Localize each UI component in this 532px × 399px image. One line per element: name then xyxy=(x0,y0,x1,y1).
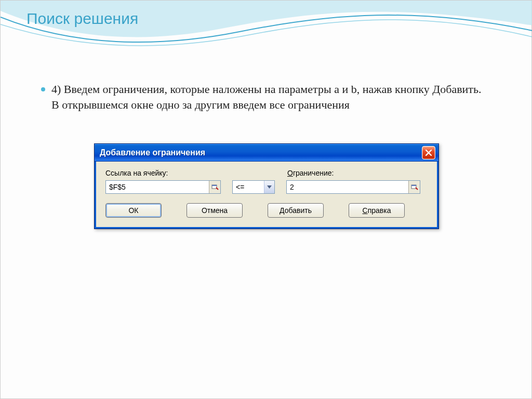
slide-title: Поиск решения xyxy=(26,10,138,28)
cell-reference-field[interactable] xyxy=(105,180,221,194)
range-picker-button-2[interactable] xyxy=(408,181,420,193)
constraint-field[interactable] xyxy=(286,180,420,194)
cancel-button[interactable]: Отмена xyxy=(187,203,243,218)
constraint-label: Ограничение: xyxy=(287,169,334,177)
body-text: 4) Введем ограничения, которые наложены … xyxy=(41,82,491,112)
inputs-row: <= xyxy=(105,180,428,194)
labels-row: Ссылка на ячейку: Ограничение: xyxy=(105,169,428,177)
operator-value: <= xyxy=(233,183,264,191)
dialog-titlebar[interactable]: Добавление ограничения xyxy=(95,144,438,162)
chevron-down-icon xyxy=(267,185,272,189)
bullet-dot-icon xyxy=(41,87,45,91)
help-button[interactable]: Справка xyxy=(349,203,405,218)
slide-container: Поиск решения 4) Введем ограничения, кот… xyxy=(0,0,532,399)
range-picker-icon xyxy=(211,183,219,191)
operator-combo[interactable]: <= xyxy=(232,180,275,194)
close-icon xyxy=(425,150,432,156)
ok-button[interactable]: ОК xyxy=(105,203,162,218)
range-picker-button[interactable] xyxy=(209,181,220,193)
add-constraint-dialog: Добавление ограничения Ссылка на ячейку:… xyxy=(94,143,439,229)
dialog-title: Добавление ограничения xyxy=(100,148,205,157)
close-button[interactable] xyxy=(422,146,435,159)
bullet-text: 4) Введем ограничения, которые наложены … xyxy=(51,82,491,112)
buttons-row: ОК Отмена Добавить Справка xyxy=(105,203,428,218)
add-button[interactable]: Добавить xyxy=(268,203,324,218)
range-picker-icon xyxy=(411,183,418,191)
svg-rect-3 xyxy=(411,185,416,186)
cell-reference-input[interactable] xyxy=(106,181,209,193)
cell-reference-label: Ссылка на ячейку: xyxy=(105,169,225,177)
dialog-body: Ссылка на ячейку: Ограничение: xyxy=(95,162,438,229)
bullet-item: 4) Введем ограничения, которые наложены … xyxy=(41,82,491,112)
svg-rect-1 xyxy=(212,185,217,186)
constraint-input[interactable] xyxy=(287,181,408,193)
combo-dropdown-button[interactable] xyxy=(264,181,274,193)
